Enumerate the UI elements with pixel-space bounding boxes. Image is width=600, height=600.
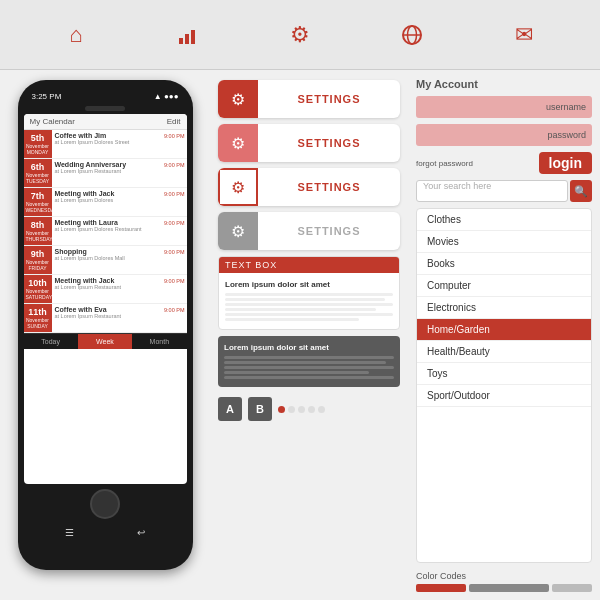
- event-content: Meeting with Jack at Lorem Ipsum Restaur…: [52, 275, 163, 303]
- username-field[interactable]: username: [416, 96, 592, 118]
- nav-item-computer[interactable]: Computer: [417, 275, 591, 297]
- nav-item-clothes[interactable]: Clothes: [417, 209, 591, 231]
- settings-button-2[interactable]: ⚙ SETTINGS: [218, 124, 400, 162]
- text-line-4: [225, 308, 376, 311]
- settings-label-1: SETTINGS: [258, 93, 400, 105]
- settings-label-3: SETTINGS: [258, 181, 400, 193]
- tab-b[interactable]: B: [248, 397, 272, 421]
- color-codes-title: Color Codes: [416, 571, 592, 581]
- nav-item-books[interactable]: Books: [417, 253, 591, 275]
- forgot-password-link[interactable]: forgot password: [416, 159, 473, 168]
- gray-box-title: Lorem ipsum dolor sit amet: [224, 342, 394, 353]
- event-time: 9:00 PM: [162, 188, 186, 216]
- login-button[interactable]: login: [539, 152, 592, 174]
- account-title: My Account: [416, 78, 592, 90]
- event-date: 7th November WEDNESDAY: [24, 188, 52, 216]
- search-button[interactable]: 🔍: [570, 180, 592, 202]
- dot-5[interactable]: [318, 406, 325, 413]
- settings-button-4[interactable]: ⚙ SETTINGS: [218, 212, 400, 250]
- gray-text-box-content: Lorem ipsum dolor sit amet: [218, 336, 400, 387]
- top-icon-bar: ⌂ ⚙ ✉: [0, 0, 600, 70]
- calendar-edit[interactable]: Edit: [167, 117, 181, 126]
- main-area: 3:25 PM ▲ ●●● My Calendar Edit 5th Novem…: [0, 70, 600, 600]
- dot-4[interactable]: [308, 406, 315, 413]
- text-box-title: Lorem ipsum dolor sit amet: [225, 279, 393, 290]
- carousel-dots: [278, 406, 325, 413]
- event-content: Meeting with Jack at Lorem Ipsum Dolores: [52, 188, 163, 216]
- phone-tab-month[interactable]: Month: [132, 334, 186, 349]
- dot-3[interactable]: [298, 406, 305, 413]
- settings-icon-gray: ⚙: [218, 212, 258, 250]
- phone-status-icons: ▲ ●●●: [154, 92, 179, 101]
- svg-rect-2: [191, 30, 195, 44]
- event-title: Meeting with Jack: [55, 277, 160, 284]
- settings-icon-red: ⚙: [218, 80, 258, 118]
- phone-bottom-tabs: Today Week Month: [24, 333, 187, 349]
- phone-event-item: 7th November WEDNESDAY Meeting with Jack…: [24, 188, 187, 217]
- settings-button-3[interactable]: ⚙ SETTINGS: [218, 168, 400, 206]
- svg-rect-1: [185, 34, 189, 44]
- search-input[interactable]: Your search here: [416, 180, 568, 202]
- event-date: 8th November THURSDAY: [24, 217, 52, 245]
- event-title: Meeting with Jack: [55, 190, 160, 197]
- event-title: Coffee with Jim: [55, 132, 160, 139]
- settings-label-2: SETTINGS: [258, 137, 400, 149]
- nav-item-movies[interactable]: Movies: [417, 231, 591, 253]
- event-time: 9:00 PM: [162, 304, 186, 332]
- settings-button-1[interactable]: ⚙ SETTINGS: [218, 80, 400, 118]
- signal-icon[interactable]: [168, 15, 208, 55]
- phone-calendar-header: My Calendar Edit: [24, 114, 187, 130]
- search-placeholder: Your search here: [423, 181, 491, 191]
- phone-back-icon[interactable]: ↩: [137, 527, 145, 538]
- nav-item-health-beauty[interactable]: Health/Beauty: [417, 341, 591, 363]
- event-title: Coffee with Eva: [55, 306, 160, 313]
- svg-rect-0: [179, 38, 183, 44]
- phone-home-button[interactable]: [90, 489, 120, 519]
- event-content: Coffee with Eva at Lorem Ipsum Restauran…: [52, 304, 163, 332]
- mail-icon[interactable]: ✉: [504, 15, 544, 55]
- home-icon[interactable]: ⌂: [56, 15, 96, 55]
- event-date: 5th November MONDAY: [24, 130, 52, 158]
- settings-gear-icon[interactable]: ⚙: [280, 15, 320, 55]
- nav-item-sport-outdoor[interactable]: Sport/Outdoor: [417, 385, 591, 407]
- phone-status-bar: 3:25 PM ▲ ●●●: [24, 90, 187, 103]
- globe-icon[interactable]: [392, 15, 432, 55]
- color-bar-light-gray: [552, 584, 592, 592]
- category-nav-list: ClothesMoviesBooksComputerElectronicsHom…: [416, 208, 592, 563]
- dot-2[interactable]: [288, 406, 295, 413]
- event-date: 9th November FRIDAY: [24, 246, 52, 274]
- text-line-2: [225, 298, 385, 301]
- nav-item-electronics[interactable]: Electronics: [417, 297, 591, 319]
- event-location: at Lorem Ipsum Dolores: [55, 197, 160, 203]
- phone-tab-today[interactable]: Today: [24, 334, 78, 349]
- nav-item-home-garden[interactable]: Home/Garden: [417, 319, 591, 341]
- phone-tab-week[interactable]: Week: [78, 334, 132, 349]
- color-codes-section: Color Codes: [416, 571, 592, 592]
- nav-item-toys[interactable]: Toys: [417, 363, 591, 385]
- phone-events-list: 5th November MONDAY Coffee with Jim at L…: [24, 130, 187, 333]
- event-date: 6th November TUESDAY: [24, 159, 52, 187]
- tab-a[interactable]: A: [218, 397, 242, 421]
- text-line-6: [225, 318, 359, 321]
- phone-event-item: 8th November THURSDAY Meeting with Laura…: [24, 217, 187, 246]
- event-content: Wedding Anniversary at Lorem Ipsum Resta…: [52, 159, 163, 187]
- phone-menu-icon[interactable]: ☰: [65, 527, 74, 538]
- phone-speaker: [85, 106, 125, 111]
- event-time: 9:00 PM: [162, 217, 186, 245]
- calendar-title: My Calendar: [30, 117, 75, 126]
- phone-event-item: 10th November SATURDAY Meeting with Jack…: [24, 275, 187, 304]
- color-bars: [416, 584, 592, 592]
- text-box: TEXT BOX Lorem ipsum dolor sit amet: [218, 256, 400, 330]
- event-content: Shopping at Lorem Ipsum Dolores Mall: [52, 246, 163, 274]
- text-box-content: Lorem ipsum dolor sit amet: [219, 273, 399, 329]
- phone-event-item: 5th November MONDAY Coffee with Jim at L…: [24, 130, 187, 159]
- event-content: Coffee with Jim at Lorem Ipsum Dolores S…: [52, 130, 163, 158]
- gray-text-box: Lorem ipsum dolor sit amet: [218, 336, 400, 387]
- dot-1[interactable]: [278, 406, 285, 413]
- event-date: 10th November SATURDAY: [24, 275, 52, 303]
- text-line-5: [225, 313, 393, 316]
- event-title: Wedding Anniversary: [55, 161, 160, 168]
- password-field[interactable]: password: [416, 124, 592, 146]
- text-box-header: TEXT BOX: [219, 257, 399, 273]
- middle-section: ⚙ SETTINGS ⚙ SETTINGS ⚙ SETTINGS ⚙ SETTI…: [210, 70, 408, 600]
